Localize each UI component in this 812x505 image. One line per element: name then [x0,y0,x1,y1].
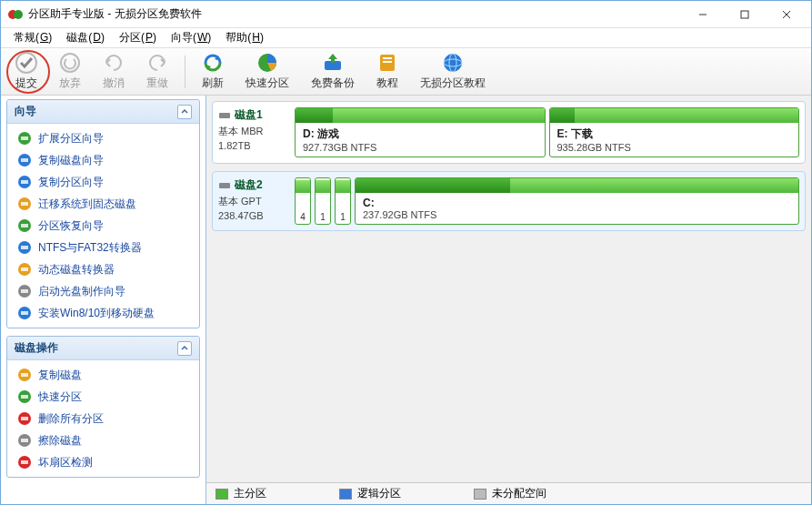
svg-rect-37 [21,395,28,399]
discard-label: 放弃 [59,76,81,91]
wizard-panel-header[interactable]: 向导 [7,100,199,124]
disk-type: 基本 GPT [218,195,289,208]
maximize-button[interactable] [724,2,766,27]
submit-button[interactable]: 提交 [5,50,48,94]
discard-button[interactable]: 放弃 [48,50,92,94]
svg-rect-43 [21,460,28,464]
app-icon [8,7,23,22]
small-partition[interactable]: 4 [295,177,311,225]
small-partition[interactable]: 1 [315,177,331,225]
copydisk-icon [16,152,33,168]
toolbar: 提交 放弃 撤消 重做 刷新 快速分区 免费备份 教程 无损分区教程 [1,48,811,96]
lossless-tutorial-button[interactable]: 无损分区教程 [409,50,496,94]
sidebar-item-copydisk[interactable]: 复制磁盘向导 [11,149,195,171]
svg-rect-25 [21,224,28,227]
globe-icon [442,52,464,74]
collapse-icon[interactable] [177,341,192,356]
sidebar-item-label: 扩展分区向导 [38,131,104,146]
menu-g[interactable]: 常规(G) [6,28,59,47]
disk-type: 基本 MBR [218,125,289,138]
partition-row: 411C:237.92GB NTFS [295,177,799,225]
sidebar-item-label: NTFS与FAT32转换器 [38,240,142,256]
partition-text: C:237.92GB NTFS [356,193,798,224]
svg-rect-45 [219,183,230,188]
checkmark-icon [15,52,37,74]
sidebar-item-label: 删除所有分区 [38,411,104,427]
sidebar-item-expand[interactable]: 扩展分区向导 [11,127,195,149]
sidebar-item-label: 复制磁盘向导 [38,153,104,168]
expand-icon [16,130,33,146]
collapse-icon[interactable] [177,105,192,119]
refresh-icon [202,52,224,74]
sidebar-item-bootcd[interactable]: 启动光盘制作向导 [11,280,195,302]
disk-name: 磁盘1 [218,107,289,123]
small-partition[interactable]: 1 [335,177,351,225]
sidebar-item-copypart[interactable]: 复制分区向导 [11,171,195,193]
disk-size: 1.82TB [218,140,289,151]
refresh-label: 刷新 [202,76,224,91]
quick-icon [16,389,33,405]
redo-button[interactable]: 重做 [135,50,179,94]
partition-bar [550,108,799,123]
sidebar-item-dynamic[interactable]: 动态磁盘转换器 [11,258,195,280]
menu-w[interactable]: 向导(W) [164,28,218,47]
diskops-panel: 磁盘操作 复制磁盘快速分区删除所有分区擦除磁盘坏扇区检测 [6,336,200,478]
legend-swatch-unalloc [474,489,486,500]
legend-logical: 逻辑分区 [339,486,401,501]
menubar: 常规(G)磁盘(D)分区(P)向导(W)帮助(H) [1,28,811,48]
menu-p[interactable]: 分区(P) [112,28,164,47]
sidebar-item-wintogo[interactable]: 安装Win8/10到移动硬盘 [11,302,195,324]
sidebar-item-label: 复制分区向导 [38,175,104,190]
sidebar-item-label: 分区恢复向导 [38,218,104,234]
wizard-title: 向导 [15,104,36,119]
tutorial-label: 教程 [376,76,398,91]
sidebar-item-badsector[interactable]: 坏扇区检测 [11,451,195,473]
sidebar-item-wipe[interactable]: 擦除磁盘 [11,429,195,451]
partition-text: E: 下载935.28GB NTFS [550,123,799,157]
recover-icon [16,217,33,234]
svg-rect-31 [21,289,28,293]
disk-list: 磁盘1基本 MBR1.82TBD: 游戏927.73GB NTFSE: 下载93… [206,96,811,482]
partition[interactable]: E: 下载935.28GB NTFS [549,107,800,157]
refresh-button[interactable]: 刷新 [191,50,235,94]
sidebar-item-recover[interactable]: 分区恢复向导 [11,215,195,237]
delall-icon [16,410,33,427]
svg-rect-23 [21,202,28,206]
close-button[interactable] [766,2,807,27]
diskops-panel-header[interactable]: 磁盘操作 [7,337,199,360]
backup-button[interactable]: 免费备份 [300,50,366,94]
undo-label: 撤消 [103,76,125,91]
legend-swatch-primary [216,489,228,500]
sidebar-item-label: 动态磁盘转换器 [38,262,115,278]
partition[interactable]: C:237.92GB NTFS [355,177,799,225]
sidebar-item-label: 坏扇区检测 [38,455,93,470]
disk-card[interactable]: 磁盘2基本 GPT238.47GB411C:237.92GB NTFS [212,171,806,231]
svg-rect-39 [21,417,28,420]
toolbar-separator [185,56,185,88]
badsector-icon [16,454,33,470]
legend: 主分区 逻辑分区 未分配空间 [206,482,811,504]
legend-primary: 主分区 [216,486,266,501]
sidebar-item-copydisk2[interactable]: 复制磁盘 [11,364,195,386]
minimize-button[interactable] [682,2,724,27]
book-icon [376,52,398,74]
backup-label: 免费备份 [311,76,355,91]
undo-button[interactable]: 撤消 [92,50,135,94]
svg-rect-29 [21,268,28,271]
tutorial-button[interactable]: 教程 [366,50,409,94]
menu-h[interactable]: 帮助(H) [218,28,271,47]
sidebar-item-label: 擦除磁盘 [38,433,82,449]
dynamic-icon [16,261,33,278]
svg-rect-27 [21,246,28,249]
menu-d[interactable]: 磁盘(D) [59,28,112,47]
sidebar-item-convert[interactable]: NTFS与FAT32转换器 [11,237,195,258]
sidebar-item-migrate[interactable]: 迁移系统到固态磁盘 [11,193,195,215]
sidebar-item-delall[interactable]: 删除所有分区 [11,408,195,429]
titlebar: 分区助手专业版 - 无损分区免费软件 [1,1,811,28]
legend-primary-label: 主分区 [234,486,266,501]
quick-partition-button[interactable]: 快速分区 [235,50,300,94]
content: 磁盘1基本 MBR1.82TBD: 游戏927.73GB NTFSE: 下载93… [206,96,811,504]
disk-card[interactable]: 磁盘1基本 MBR1.82TBD: 游戏927.73GB NTFSE: 下载93… [212,101,806,164]
sidebar-item-quick[interactable]: 快速分区 [11,386,195,408]
partition[interactable]: D: 游戏927.73GB NTFS [295,107,546,157]
